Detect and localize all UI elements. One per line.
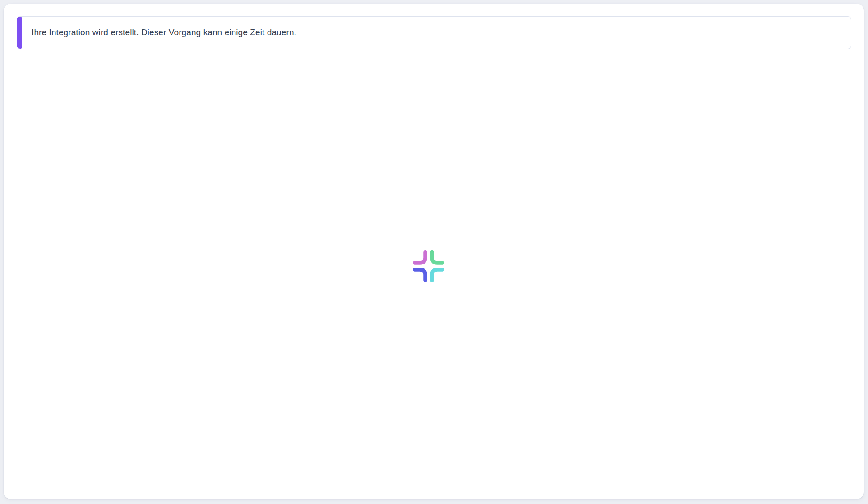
banner-message: Ihre Integration wird erstellt. Dieser V… [32, 27, 296, 38]
spinner-arm-green-icon [432, 252, 443, 263]
desktop-background: { "window": { "background_color": "#edef… [0, 0, 868, 504]
notification-banner: Ihre Integration wird erstellt. Dieser V… [17, 16, 851, 49]
main-content [4, 49, 864, 499]
banner-accent-bar [17, 17, 22, 49]
spinner-arm-blue-icon [415, 269, 425, 280]
spinner-arm-teal-icon [432, 269, 443, 280]
loading-spinner-icon [413, 250, 444, 282]
spinner-arm-pink-icon [415, 252, 425, 263]
page-container: Ihre Integration wird erstellt. Dieser V… [4, 4, 864, 499]
